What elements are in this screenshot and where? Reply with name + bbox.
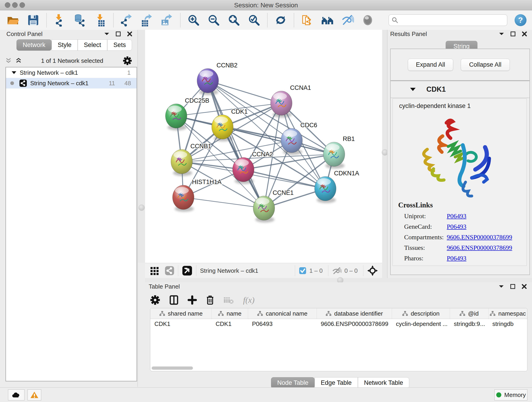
tab-select[interactable]: Select bbox=[78, 39, 107, 51]
edge-CCNB2-CCNE1[interactable] bbox=[208, 81, 264, 208]
column-header-canonicalname[interactable]: canonical name bbox=[248, 308, 317, 319]
import-network-database-button[interactable] bbox=[73, 13, 87, 27]
crosslink-link[interactable]: P06493 bbox=[447, 223, 467, 230]
edge-CCNA2-CDKN1A[interactable] bbox=[243, 170, 325, 189]
warnings-button[interactable] bbox=[27, 389, 41, 400]
delete-column-icon[interactable] bbox=[206, 295, 214, 305]
column-header-databaseidentifier[interactable]: database identifier bbox=[317, 308, 392, 319]
column-header-sharedname[interactable]: shared name bbox=[150, 308, 212, 319]
node-CCNA1[interactable]: CCNA1 bbox=[271, 84, 311, 115]
export-table-button[interactable] bbox=[140, 13, 154, 27]
float-panel-icon[interactable] bbox=[115, 31, 121, 37]
column-type-icon bbox=[490, 311, 496, 316]
hidden-eye-icon[interactable] bbox=[332, 267, 342, 274]
collapse-triangle-icon[interactable] bbox=[410, 87, 416, 91]
column-header-description[interactable]: description bbox=[392, 308, 450, 319]
table-cell[interactable]: CDK1 bbox=[211, 319, 248, 329]
left-splitter[interactable] bbox=[138, 30, 145, 263]
column-header-namespac[interactable]: namespac bbox=[488, 308, 527, 319]
tab-style[interactable]: Style bbox=[51, 39, 78, 51]
node-CCNE1[interactable]: CCNE1 bbox=[253, 189, 294, 220]
float-panel-icon[interactable] bbox=[510, 31, 516, 37]
zoom-in-button[interactable] bbox=[186, 13, 201, 27]
bottom-splitter[interactable] bbox=[145, 278, 532, 282]
hide-glasses-button[interactable] bbox=[341, 13, 355, 27]
collapse-all-tree-icon[interactable] bbox=[16, 57, 22, 64]
import-table-button[interactable] bbox=[93, 13, 107, 27]
gear-icon[interactable] bbox=[123, 56, 132, 65]
close-panel-icon[interactable] bbox=[521, 284, 527, 289]
network-row-selected[interactable]: String Network – cdk1 11 48 bbox=[6, 78, 137, 89]
table-panel: Table Panel f(x) shared namenamecanonica… bbox=[145, 282, 532, 387]
panel-menu-chevron-icon[interactable] bbox=[499, 32, 504, 36]
node-CDK1[interactable]: CDK1 bbox=[212, 108, 248, 139]
tab-edge-table[interactable]: Edge Table bbox=[315, 377, 358, 389]
expand-all-tree-icon[interactable] bbox=[6, 57, 12, 64]
crosslink-row: Compartments:9606.ENSP00000378699 bbox=[398, 234, 522, 241]
tab-network[interactable]: Network bbox=[17, 39, 51, 51]
zoom-selected-button[interactable] bbox=[247, 13, 261, 27]
selected-checkbox-icon[interactable] bbox=[299, 267, 307, 274]
import-network-file-button[interactable] bbox=[53, 13, 67, 27]
column-header-name[interactable]: name bbox=[211, 308, 248, 319]
crosslink-link[interactable]: 9606.ENSP00000378699 bbox=[447, 244, 512, 251]
table-cell[interactable]: stringdb bbox=[488, 319, 527, 329]
zoom-fit-button[interactable] bbox=[227, 13, 241, 27]
node-HIST1H1A[interactable]: HIST1H1A bbox=[172, 179, 222, 210]
edge-HIST1H1A-CCNE1[interactable] bbox=[183, 197, 264, 208]
string-home-button[interactable] bbox=[320, 13, 335, 27]
expand-all-button[interactable]: Expand All bbox=[408, 59, 453, 71]
right-splitter[interactable] bbox=[382, 30, 387, 279]
collapse-all-button[interactable]: Collapse All bbox=[461, 59, 510, 71]
gene-section-header[interactable]: CDK1 bbox=[391, 81, 530, 98]
collapse-triangle-icon[interactable] bbox=[12, 71, 17, 75]
cloud-button[interactable] bbox=[8, 389, 25, 400]
network-collection-row[interactable]: String Network – cdk1 1 bbox=[6, 67, 137, 78]
string-import-button[interactable] bbox=[300, 13, 314, 27]
table-cell[interactable]: stringdb:9... bbox=[450, 319, 488, 329]
tab-node-table[interactable]: Node Table bbox=[271, 377, 315, 389]
show-columns-icon[interactable] bbox=[169, 295, 178, 305]
crosslink-link[interactable]: P06493 bbox=[447, 255, 467, 262]
refresh-button[interactable] bbox=[273, 13, 288, 27]
save-session-button[interactable] bbox=[26, 13, 40, 27]
table-cell[interactable]: cyclin-dependent ... bbox=[392, 319, 450, 329]
show-sphere-button[interactable] bbox=[361, 13, 375, 27]
node-CDKN1A[interactable]: CDKN1A bbox=[315, 170, 359, 201]
close-panel-icon[interactable] bbox=[127, 31, 133, 37]
open-session-button[interactable] bbox=[6, 13, 20, 27]
table-cell[interactable]: 9606.ENSP00000378699 bbox=[317, 319, 392, 329]
tab-network-table[interactable]: Network Table bbox=[358, 377, 409, 389]
search-input[interactable] bbox=[399, 15, 504, 25]
import-table-icon bbox=[94, 14, 107, 27]
left-splitter-grip[interactable] bbox=[138, 204, 145, 211]
table-cell[interactable]: P06493 bbox=[248, 319, 317, 329]
panel-menu-chevron-icon[interactable] bbox=[499, 285, 504, 288]
network-canvas[interactable]: CCNB2 CCNA1 CDC25B CDK1 CDC6 bbox=[145, 30, 382, 263]
current-network-dot-icon bbox=[10, 81, 14, 85]
node-RB1[interactable]: RB1 bbox=[323, 135, 355, 166]
share-view-icon[interactable] bbox=[165, 266, 174, 275]
search-box[interactable] bbox=[389, 14, 507, 26]
close-panel-icon[interactable] bbox=[522, 31, 527, 37]
export-network-button[interactable] bbox=[120, 13, 134, 27]
memory-button[interactable]: Memory bbox=[494, 389, 527, 400]
crosslink-link[interactable]: 9606.ENSP00000378699 bbox=[447, 234, 512, 241]
detach-view-icon[interactable] bbox=[182, 265, 192, 276]
table-horizontal-scrollbar[interactable] bbox=[152, 366, 193, 370]
tab-sets[interactable]: Sets bbox=[107, 39, 132, 51]
float-panel-icon[interactable] bbox=[510, 284, 515, 289]
table-settings-gear-icon[interactable] bbox=[150, 295, 160, 305]
column-header-id[interactable]: @id bbox=[450, 308, 488, 319]
table-cell[interactable]: CDK1 bbox=[150, 319, 211, 329]
help-button[interactable]: ? bbox=[515, 14, 526, 26]
panel-menu-chevron-icon[interactable] bbox=[104, 32, 109, 36]
add-column-icon[interactable] bbox=[188, 295, 197, 305]
edge-CCNB2-CCNA1[interactable] bbox=[208, 81, 281, 103]
crosslink-link[interactable]: P06493 bbox=[447, 212, 467, 220]
birdseye-view-icon[interactable] bbox=[367, 265, 378, 276]
zoom-out-button[interactable] bbox=[207, 13, 221, 27]
export-image-button[interactable] bbox=[160, 13, 174, 27]
node-CCNA2[interactable]: CCNA2 bbox=[233, 151, 273, 182]
grid-view-icon[interactable] bbox=[150, 266, 159, 275]
